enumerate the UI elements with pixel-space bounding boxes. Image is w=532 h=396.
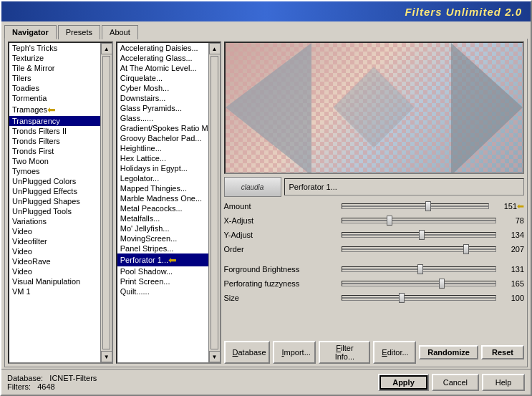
import-button[interactable]: Import... — [273, 341, 316, 364]
list-item[interactable]: VM 1 — [9, 286, 100, 296]
param-slider-fg-brightness[interactable] — [342, 266, 496, 272]
list-item[interactable]: Tilers — [9, 73, 100, 83]
param-value-amount: 151 — [492, 202, 517, 211]
list-item[interactable]: Gradient/Spokes Ratio Maker... — [117, 123, 208, 133]
list-item-two-moon[interactable]: Two Moon — [9, 156, 100, 166]
param-slider-order[interactable] — [342, 246, 496, 252]
list-item[interactable]: Metalfalls... — [117, 213, 208, 223]
left-list[interactable]: Teph's Tricks Texturize Tile & Mirror Ti… — [9, 43, 100, 362]
scroll-down-btn[interactable]: ▼ — [101, 351, 112, 362]
list-item[interactable]: Tronds Filters II — [9, 126, 100, 136]
list-item[interactable]: Mo' Jellyfish... — [117, 223, 208, 233]
list-item[interactable]: Tymoes — [9, 166, 100, 176]
list-item-tramages[interactable]: Tramages ⬅ — [9, 103, 100, 116]
list-item[interactable]: Panel Stripes... — [117, 243, 208, 253]
param-row-amount: Amount 151 ⬅ — [224, 200, 524, 213]
scroll-up-btn[interactable]: ▲ — [101, 43, 112, 54]
tab-navigator[interactable]: Navigator — [4, 25, 57, 39]
scroll-up-btn[interactable]: ▲ — [209, 43, 220, 54]
preview-area — [224, 42, 524, 174]
list-item[interactable]: Heightline... — [117, 143, 208, 153]
slider-thumb-amount[interactable] — [425, 201, 431, 211]
list-item[interactable]: Video — [9, 226, 100, 236]
param-label-order: Order — [224, 245, 339, 253]
slider-thumb-size[interactable] — [399, 293, 405, 303]
param-slider-amount[interactable] — [342, 203, 489, 209]
scrollbar-thumb[interactable] — [211, 56, 218, 349]
list-item-accelerating-glass[interactable]: Accelerating Glass... — [117, 53, 208, 63]
list-item-transparency[interactable]: Transparency — [9, 116, 100, 126]
scrollbar-thumb[interactable] — [102, 56, 110, 349]
list-item[interactable]: Holidays in Egypt... — [117, 163, 208, 173]
tab-presets[interactable]: Presets — [58, 25, 100, 39]
slider-thumb-fg-brightness[interactable] — [417, 264, 423, 274]
list-item[interactable]: VideoRave — [9, 256, 100, 266]
list-item[interactable]: Glass Pyramids... — [117, 103, 208, 113]
slider-track — [342, 297, 495, 299]
list-item[interactable]: Downstairs... — [117, 93, 208, 103]
editor-button[interactable]: Editor... — [373, 341, 416, 364]
param-value-xadjust: 78 — [499, 216, 524, 225]
middle-panel: Accelerating Daisies... Accelerating Gla… — [116, 42, 221, 364]
list-item[interactable]: Toadies — [9, 83, 100, 93]
slider-thumb-xadjust[interactable] — [387, 216, 392, 226]
list-item[interactable]: Video — [9, 266, 100, 276]
list-item[interactable]: Tronds First — [9, 146, 100, 156]
list-item[interactable]: UnPlugged Tools — [9, 206, 100, 216]
apply-button[interactable]: Apply — [378, 374, 429, 391]
filter-info-button[interactable]: Filter Info... — [319, 341, 370, 364]
list-item[interactable]: Legolator... — [117, 173, 208, 183]
filter-name-row: claudia Perforator 1... — [224, 177, 524, 197]
list-item[interactable]: Visual Manipulation — [9, 276, 100, 286]
list-item[interactable]: Print Screen... — [117, 276, 208, 286]
list-item-perforator[interactable]: Perforator 1... ⬅ — [117, 253, 208, 266]
list-item[interactable]: Accelerating Daisies... — [117, 43, 208, 53]
list-item[interactable]: UnPlugged Colors — [9, 176, 100, 186]
param-label-fg-brightness: Forground Brightness — [224, 265, 339, 274]
list-item[interactable]: Tronds Filters — [9, 136, 100, 146]
list-item-unplugged-shapes[interactable]: UnPlugged Shapes — [9, 196, 100, 206]
list-item[interactable]: Glass...... — [117, 113, 208, 123]
list-item[interactable]: Marble Madness One... — [117, 193, 208, 203]
cancel-button[interactable]: Cancel — [432, 374, 479, 391]
param-row-fg-brightness: Forground Brightness 131 — [224, 263, 524, 276]
left-scrollbar[interactable]: ▲ ▼ — [100, 43, 112, 362]
help-button[interactable]: Help — [482, 374, 525, 391]
list-item[interactable]: Video — [9, 246, 100, 256]
list-item[interactable]: Mapped Thingies... — [117, 183, 208, 193]
list-item[interactable]: Hex Lattice... — [117, 153, 208, 163]
scroll-down-btn[interactable]: ▼ — [209, 351, 220, 362]
list-item[interactable]: Texturize — [9, 53, 100, 63]
list-item[interactable]: Variations — [9, 216, 100, 226]
list-item[interactable]: Tile & Mirror — [9, 63, 100, 73]
status-db-label-value: Database: ICNET-Filters — [7, 374, 97, 382]
slider-thumb-order[interactable] — [463, 244, 469, 254]
list-item[interactable]: Videofilter — [9, 236, 100, 246]
param-slider-yadjust[interactable] — [342, 232, 496, 238]
tab-about[interactable]: About — [102, 25, 138, 39]
param-value-order: 207 — [499, 245, 524, 253]
list-item[interactable]: Metal Peacocks... — [117, 203, 208, 213]
middle-scrollbar[interactable]: ▲ ▼ — [208, 43, 220, 362]
list-item[interactable]: Pool Shadow... — [117, 266, 208, 276]
param-slider-fuzzyness[interactable] — [342, 281, 496, 286]
list-item-unplugged-effects[interactable]: UnPlugged Effects — [9, 186, 100, 196]
list-item[interactable]: Teph's Tricks — [9, 43, 100, 53]
arrow-icon: ⬅ — [168, 254, 177, 266]
list-item[interactable]: Tormentia — [9, 93, 100, 103]
list-item-groovy[interactable]: Groovy Bachelor Pad... — [117, 133, 208, 143]
list-item[interactable]: Cirquelate... — [117, 73, 208, 83]
param-value-fg-brightness: 131 — [499, 265, 524, 274]
param-slider-xadjust[interactable] — [342, 218, 496, 223]
randomize-button[interactable]: Randomize — [419, 345, 478, 359]
slider-thumb-fuzzyness[interactable] — [439, 279, 445, 289]
list-item[interactable]: Quilt...... — [117, 286, 208, 296]
middle-list[interactable]: Accelerating Daisies... Accelerating Gla… — [117, 43, 208, 362]
slider-thumb-yadjust[interactable] — [419, 230, 425, 240]
param-slider-size[interactable] — [342, 295, 496, 301]
list-item[interactable]: MovingScreen... — [117, 233, 208, 243]
reset-button[interactable]: Reset — [481, 345, 524, 359]
database-button[interactable]: Database — [224, 341, 271, 364]
list-item[interactable]: At The Atomic Level... — [117, 63, 208, 73]
list-item[interactable]: Cyber Mosh... — [117, 83, 208, 93]
